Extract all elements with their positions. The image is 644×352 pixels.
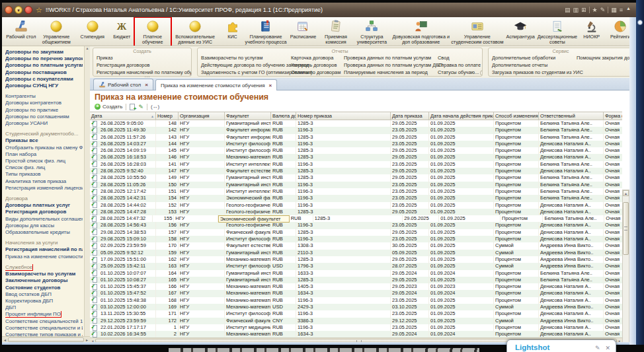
action-command[interactable]: Действующие договора по обучению за пери… [201, 61, 291, 69]
print-preview-icon[interactable]: ⊞ [581, 7, 586, 13]
favorites-icon[interactable]: ★ [592, 7, 598, 13]
table-row[interactable]: 01.10.2025 15:45:37166НГУМеханико-матема… [90, 283, 622, 290]
sidebar-item[interactable]: Взаиморасчеты по услугам [5, 271, 83, 277]
calendar-icon[interactable]: ▦ [611, 7, 617, 13]
sidebar-item[interactable]: Отобразить приказы на смену ФИО [5, 145, 83, 151]
ribbon-item[interactable]: Довузовская подготовка и доп образование [391, 18, 451, 45]
table-row[interactable]: 29.12.2025 23:59:59172НГУФизический факу… [90, 318, 622, 324]
sidebar-item[interactable]: Корректировка ДБП [5, 298, 83, 304]
column-header[interactable]: Факультет [225, 112, 271, 120]
column-header[interactable]: Номер [156, 112, 179, 120]
create-button[interactable]: + Создать [95, 104, 122, 110]
action-command[interactable]: Оплаты по договорам [291, 69, 344, 76]
action-command[interactable]: Проверка данных по платным услугам [344, 54, 438, 61]
action-command[interactable]: Задолженность с учетом ГО (оптимизирован… [201, 69, 291, 76]
sidebar-item[interactable]: Соответствие специальностей 1С и ... [5, 318, 83, 325]
table-row[interactable]: 05.09.2025 9:52:12159НГУГуманитарный инс… [90, 250, 622, 256]
lightshot-pen-icon[interactable]: ✎ [595, 345, 600, 351]
favorites-star-icon[interactable]: ☆ [36, 6, 42, 15]
sidebar-item[interactable]: Договоры СУНЦ НГУ [5, 83, 83, 89]
table-row[interactable]: 26.08.2025 14:09:19145НГУИнститут филосо… [90, 147, 622, 154]
ribbon-item[interactable]: Вспомогательные данные из УИС [170, 18, 221, 45]
sidebar-item[interactable]: Договоры по практике [5, 107, 83, 114]
table-row[interactable]: 28.08.2025 14:47:28153НГУГеолого-геофизи… [90, 209, 622, 215]
sidebar-item[interactable]: Заключенные договоры [5, 277, 83, 284]
titlebar-scroll-up-icon[interactable]: ▲ [626, 6, 631, 11]
sidebar-item[interactable]: Контрагенты [5, 93, 83, 100]
ribbon-item[interactable]: Диссертационные советы [538, 18, 577, 45]
action-command[interactable]: Загрузка приказов по студентам из УИС [492, 69, 577, 76]
table-row[interactable]: 26.08.2025 11:49:30142НГУФакультет инфор… [90, 127, 622, 133]
table-row[interactable]: 10.02.2026 16:34:552НГУМеханико-математи… [90, 331, 622, 337]
table-row[interactable]: 28.08.2025 9:52:40147НГУФакультет естест… [90, 168, 622, 174]
sidebar-item[interactable]: Договоры УСАНИ [5, 120, 83, 127]
table-row[interactable]: 01.10.2025 10:07:07164НГУГуманитарный ин… [90, 270, 622, 277]
ribbon-item[interactable]: Стипендия [77, 18, 108, 40]
sidebar-item[interactable]: Соответствие специальности и ИФ [5, 325, 83, 332]
table-row[interactable]: 02.09.2025 23:59:59170НГУФакультет естес… [90, 242, 622, 249]
sidebar-item[interactable]: Состояние студентов [5, 285, 83, 291]
ribbon-item[interactable]: Аспирантура [503, 18, 537, 40]
table-row[interactable]: 26.08.2025 11:57:26143НГУФакультет инфор… [90, 134, 622, 141]
sidebar-item[interactable]: Договоры по соглашениям [5, 114, 83, 120]
table-row[interactable]: 26.08.2025 16:18:53146НГУМеханико-матема… [90, 154, 622, 160]
sidebar-item[interactable]: План набора [5, 151, 83, 158]
action-command[interactable]: Статусы обучаю... ▾ [438, 69, 477, 76]
sidebar-item[interactable]: Договоры контрагентов [5, 100, 83, 106]
table-row[interactable]: 01.10.2025 15:48:38168НГУМеханико-матема… [90, 297, 622, 304]
table-row[interactable]: 28.08.2025 14:47:32155НГУЭкономический ф… [90, 215, 622, 222]
table-row[interactable]: 29.08.2025 15:09:10158НГУИнститут филосо… [90, 236, 622, 242]
sidebar-item[interactable]: Процент инфляции ПО [5, 311, 83, 318]
action-command[interactable]: Приказ [97, 54, 192, 61]
scrollbar-thumb[interactable] [623, 202, 629, 255]
sidebar-item[interactable]: ДБП [5, 304, 83, 311]
column-header[interactable]: Валюта дого.. [271, 112, 296, 120]
sidebar-item[interactable]: Типы приказов [5, 171, 83, 178]
table-vertical-scrollbar[interactable]: ▲ ▼ [622, 190, 629, 352]
sidebar-item[interactable]: Простой список физ. лиц [5, 158, 83, 164]
action-command[interactable]: Свод [438, 54, 477, 61]
sidebar-item[interactable]: Договоры для кассы [5, 223, 83, 229]
history-icon[interactable]: ✎ [600, 7, 606, 13]
sidebar-item[interactable]: Регистрация изменений лицензий [5, 185, 83, 192]
action-command[interactable]: Планируемые начисления за период [344, 69, 438, 76]
column-header[interactable]: Номер приказа [296, 112, 391, 120]
scroll-left-icon[interactable]: ◂ [2, 337, 8, 342]
action-command[interactable]: Дополнительные отчеты [492, 61, 577, 69]
tab-desktop[interactable]: Рабочий стол× [93, 79, 153, 90]
table-row[interactable]: 26.08.2025 9:05:00148НГУГуманитарный инс… [90, 120, 622, 127]
table-row[interactable]: 17.09.2025 15:51:00162НГУМеханико-матема… [90, 256, 622, 263]
table-row[interactable]: 29.08.2025 14:38:53157НГУФизический факу… [90, 229, 622, 236]
column-header[interactable]: Способ изменения цены [494, 112, 539, 120]
action-command[interactable]: Справка по оплате [438, 61, 477, 69]
ribbon-item[interactable]: Расписание [288, 18, 319, 40]
save-icon[interactable]: ▤ [565, 7, 571, 13]
titlebar-red-button[interactable] [24, 6, 32, 14]
ribbon-item[interactable]: Структура университета [353, 18, 391, 45]
sidebar-vertical-scrollbar[interactable]: ▲ [84, 46, 90, 336]
scroll-right-icon[interactable]: ▸ [84, 337, 90, 342]
sidebar-item[interactable]: Виды дополнительных соглашений [5, 216, 83, 223]
sidebar-item[interactable]: Приказы все [5, 137, 83, 144]
table-row[interactable]: 28.08.2025 14:42:31154НГУЭкономический ф… [90, 195, 622, 201]
calculator-icon[interactable]: ≡ [620, 7, 623, 13]
copy-document-icon[interactable] [130, 104, 135, 110]
scrollbar-thumb[interactable] [8, 337, 84, 342]
screen-edge-search-icon[interactable] [637, 20, 643, 25]
sidebar-item[interactable]: Список физ. лиц [5, 164, 83, 171]
table-row[interactable]: 26.08.2025 14:03:27144НГУИнститут филосо… [90, 141, 622, 147]
action-command[interactable]: Проверка данных по платным услугам ДБП [344, 61, 438, 69]
sidebar-item[interactable]: Договоры с покупателями [5, 76, 83, 83]
action-command[interactable]: Дополнительные обработки [492, 54, 577, 61]
table-row[interactable]: 22.01.2026 17:17:171НГУИнститут медицины… [90, 324, 622, 331]
action-command[interactable]: Помощник закрытия дополнит... [577, 54, 633, 61]
table-row[interactable]: 01.10.2025 15:47:52167НГУМеханико-матема… [90, 290, 622, 297]
column-header[interactable]: Ответственный [539, 112, 604, 120]
table-row[interactable]: 01.10.2025 10:08:27165НГУГуманитарный ин… [90, 277, 622, 283]
column-header[interactable]: Дата приказа [391, 112, 429, 120]
action-command[interactable]: Регистрация договоров [97, 61, 192, 69]
set-date-interval-icon[interactable]: (↔) [151, 104, 159, 110]
ribbon-item[interactable]: Платное обучение [136, 18, 169, 45]
titlebar-dropdown-icon[interactable]: ▾ [15, 6, 22, 14]
print-icon[interactable]: ▥ [573, 7, 579, 13]
